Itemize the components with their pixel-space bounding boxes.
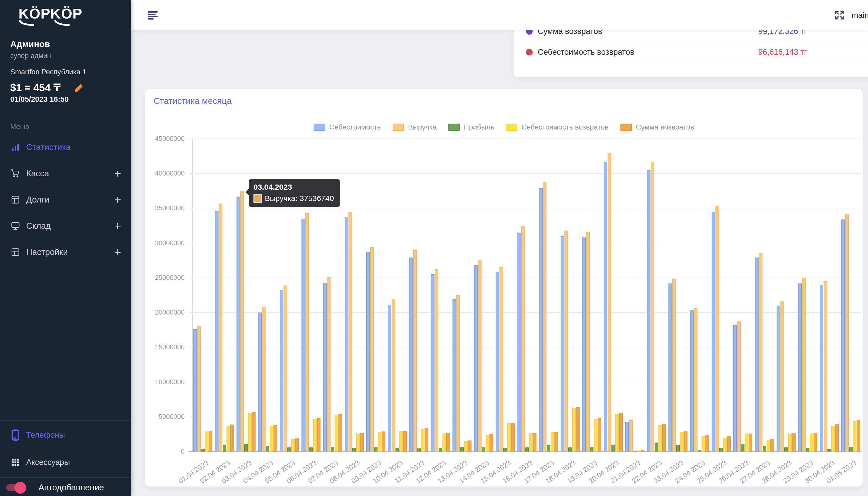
bar[interactable] [841, 219, 845, 451]
bar[interactable] [749, 434, 752, 451]
bar[interactable] [598, 418, 601, 451]
bar[interactable] [446, 433, 450, 451]
bar[interactable] [788, 434, 792, 451]
bar[interactable] [662, 424, 666, 451]
bar[interactable] [248, 413, 252, 451]
bar[interactable] [723, 438, 727, 451]
bar[interactable] [716, 206, 719, 451]
bar[interactable] [551, 432, 554, 451]
bar[interactable] [215, 211, 219, 451]
bar[interactable] [741, 444, 744, 451]
expand-plus-icon[interactable]: + [114, 246, 121, 258]
bar[interactable] [468, 440, 471, 451]
bar[interactable] [802, 278, 806, 451]
bar[interactable] [486, 435, 489, 451]
sidebar-item-debts[interactable]: Долги + [0, 191, 131, 209]
bar[interactable] [335, 415, 338, 451]
expand-plus-icon[interactable]: + [114, 168, 121, 180]
bar[interactable] [252, 412, 256, 451]
bar[interactable] [258, 312, 262, 451]
bar[interactable] [655, 443, 658, 451]
bar[interactable] [641, 450, 644, 451]
bar[interactable] [244, 444, 248, 451]
bar[interactable] [223, 445, 226, 451]
bar[interactable] [554, 432, 558, 451]
bar[interactable] [302, 219, 305, 451]
legend-item[interactable]: Себестоимость [314, 123, 381, 131]
bar[interactable] [615, 414, 619, 451]
bar[interactable] [647, 170, 650, 451]
bar[interactable] [547, 445, 550, 451]
bar[interactable] [382, 432, 385, 451]
bar[interactable] [349, 212, 352, 451]
bar[interactable] [576, 407, 580, 451]
bar[interactable] [745, 434, 748, 451]
bar[interactable] [360, 433, 364, 451]
bar[interactable] [280, 290, 283, 451]
bar[interactable] [273, 425, 277, 451]
sidebar-item-warehouse[interactable]: Склад + [0, 217, 131, 235]
bar[interactable] [237, 197, 240, 451]
bar[interactable] [727, 436, 730, 451]
bar[interactable] [266, 446, 269, 451]
bar[interactable] [262, 307, 266, 451]
bar[interactable] [533, 433, 536, 451]
bar[interactable] [270, 426, 273, 451]
main-label[interactable]: main [852, 11, 868, 20]
bar[interactable] [820, 285, 823, 451]
bar[interactable] [478, 260, 482, 451]
bar[interactable] [586, 232, 590, 451]
bar[interactable] [604, 162, 607, 451]
bar[interactable] [529, 433, 533, 451]
bar[interactable] [226, 426, 230, 451]
bar[interactable] [327, 277, 331, 451]
bar[interactable] [443, 434, 446, 451]
bar[interactable] [590, 447, 594, 451]
bar[interactable] [776, 306, 780, 451]
bar[interactable] [767, 440, 770, 451]
bar[interactable] [827, 449, 831, 451]
bar[interactable] [305, 213, 309, 451]
bar[interactable] [629, 420, 633, 451]
bar[interactable] [209, 431, 212, 451]
bar[interactable] [625, 422, 629, 451]
bar[interactable] [698, 450, 701, 451]
bar[interactable] [539, 188, 543, 451]
bar[interactable] [737, 322, 741, 451]
bar[interactable] [619, 413, 623, 451]
bar[interactable] [521, 227, 525, 451]
bar[interactable] [284, 285, 287, 451]
legend-item[interactable]: Выручка [393, 123, 437, 131]
bar[interactable] [323, 283, 327, 451]
bar[interactable] [798, 283, 802, 451]
autoadd-toggle[interactable] [5, 481, 33, 494]
bar[interactable] [431, 274, 435, 451]
bar[interactable] [331, 447, 334, 451]
sidebar-item-cashbox[interactable]: Касса + [0, 165, 131, 183]
bar[interactable] [719, 448, 723, 451]
bar[interactable] [702, 436, 705, 451]
bar[interactable] [568, 447, 572, 451]
bar[interactable] [594, 419, 597, 451]
bar[interactable] [374, 447, 377, 451]
bar[interactable] [388, 305, 391, 451]
fullscreen-icon[interactable] [834, 9, 846, 21]
bar[interactable] [853, 421, 856, 451]
bar[interactable] [421, 429, 424, 451]
bar[interactable] [845, 214, 849, 451]
bar[interactable] [366, 252, 370, 451]
bar[interactable] [392, 299, 395, 451]
bar[interactable] [499, 267, 503, 451]
bar[interactable] [835, 424, 839, 451]
bar[interactable] [205, 432, 209, 451]
sidebar-item-accessories[interactable]: Аксессуары [0, 453, 131, 471]
bar[interactable] [460, 447, 464, 451]
bar[interactable] [781, 301, 784, 451]
bar[interactable] [352, 448, 356, 451]
sidebar-item-settings[interactable]: Настройки + [0, 243, 131, 261]
edit-rate-pencil-icon[interactable] [74, 84, 83, 93]
bar[interactable] [197, 326, 201, 451]
bar[interactable] [543, 182, 546, 451]
bar[interactable] [511, 423, 515, 451]
bar[interactable] [517, 233, 521, 451]
